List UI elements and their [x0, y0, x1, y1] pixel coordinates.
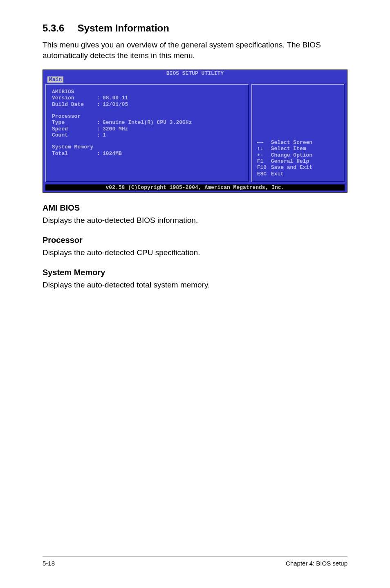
amibios-header: AMIBIOS: [52, 89, 243, 95]
amibios-version-label: Version: [52, 95, 97, 101]
bios-tab-main: Main: [47, 76, 64, 83]
amibios-version-value: 08.00.11: [103, 95, 243, 101]
bios-help-list: ←→ Select Screen ↑↓ Select Item +- Chang…: [257, 139, 339, 177]
processor-type-row: Type : Genuine Intel(R) CPU 3.20GHz: [52, 119, 243, 126]
help-exit-key: ESC: [257, 171, 271, 177]
arrow-left-right-icon: ←→: [257, 139, 271, 146]
help-general-help-text: General Help: [271, 158, 339, 164]
amibios-builddate-label: Build Date: [52, 101, 97, 108]
processor-type-value: Genuine Intel(R) CPU 3.20GHz: [103, 119, 243, 126]
arrow-up-down-icon: ↑↓: [257, 146, 271, 152]
bios-left-panel: AMIBIOS Version : 08.00.11 Build Date : …: [45, 84, 249, 182]
processor-type-label: Type: [52, 119, 97, 126]
bios-right-panel: ←→ Select Screen ↑↓ Select Item +- Chang…: [251, 84, 345, 182]
help-change-option-key: +-: [257, 152, 271, 158]
processor-count-row: Count : 1: [52, 132, 243, 138]
colon: :: [97, 150, 103, 157]
help-select-screen: ←→ Select Screen: [257, 139, 339, 146]
intro-paragraph: This menu gives you an overview of the g…: [43, 40, 347, 61]
subtext-amibios: Displays the auto-detected BIOS informat…: [43, 215, 347, 226]
bios-tab-row: Main: [43, 76, 347, 83]
memory-header: System Memory: [52, 144, 243, 150]
subhead-processor: Processor: [43, 236, 347, 245]
help-save-exit-text: Save and Exit: [271, 164, 339, 171]
colon: :: [97, 126, 103, 132]
subhead-memory: System Memory: [43, 268, 347, 277]
section-title: System Information: [78, 22, 169, 34]
heading-row: 5.3.6 System Information: [43, 22, 347, 34]
page-footer: 5-18 Chapter 4: BIOS setup: [43, 556, 347, 567]
help-select-screen-text: Select Screen: [271, 139, 339, 146]
subtext-processor: Displays the auto-detected CPU specifica…: [43, 247, 347, 258]
memory-total-label: Total: [52, 150, 97, 157]
help-general-help: F1 General Help: [257, 158, 339, 164]
memory-total-value: 1024MB: [103, 150, 243, 157]
memory-total-row: Total : 1024MB: [52, 150, 243, 157]
help-select-item-text: Select Item: [271, 146, 339, 152]
bios-footer: v02.58 (C)Copyright 1985-2004, American …: [45, 184, 345, 191]
subtext-memory: Displays the auto-detected total system …: [43, 280, 347, 290]
processor-count-label: Count: [52, 132, 97, 138]
amibios-builddate-row: Build Date : 12/01/05: [52, 101, 243, 108]
processor-header: Processor: [52, 113, 243, 119]
colon: :: [97, 132, 103, 138]
processor-speed-label: Speed: [52, 126, 97, 132]
amibios-version-row: Version : 08.00.11: [52, 95, 243, 101]
colon: :: [97, 101, 103, 108]
help-save-exit: F10 Save and Exit: [257, 164, 339, 171]
section-number: 5.3.6: [43, 22, 64, 34]
chapter-label: Chapter 4: BIOS setup: [286, 560, 347, 567]
help-save-exit-key: F10: [257, 164, 271, 171]
amibios-builddate-value: 12/01/05: [103, 101, 243, 108]
processor-count-value: 1: [103, 132, 243, 138]
subhead-amibios: AMI BIOS: [43, 203, 347, 213]
help-exit-text: Exit: [271, 171, 339, 177]
colon: :: [97, 95, 103, 101]
bios-setup-screenshot: BIOS SETUP UTILITY Main AMIBIOS Version …: [43, 70, 347, 193]
processor-speed-row: Speed : 3200 MHz: [52, 126, 243, 132]
help-general-help-key: F1: [257, 158, 271, 164]
help-select-item: ↑↓ Select Item: [257, 146, 339, 152]
help-change-option: +- Change Option: [257, 152, 339, 158]
colon: :: [97, 119, 103, 126]
processor-speed-value: 3200 MHz: [103, 126, 243, 132]
help-change-option-text: Change Option: [271, 152, 339, 158]
help-exit: ESC Exit: [257, 171, 339, 177]
page-number: 5-18: [43, 560, 55, 567]
